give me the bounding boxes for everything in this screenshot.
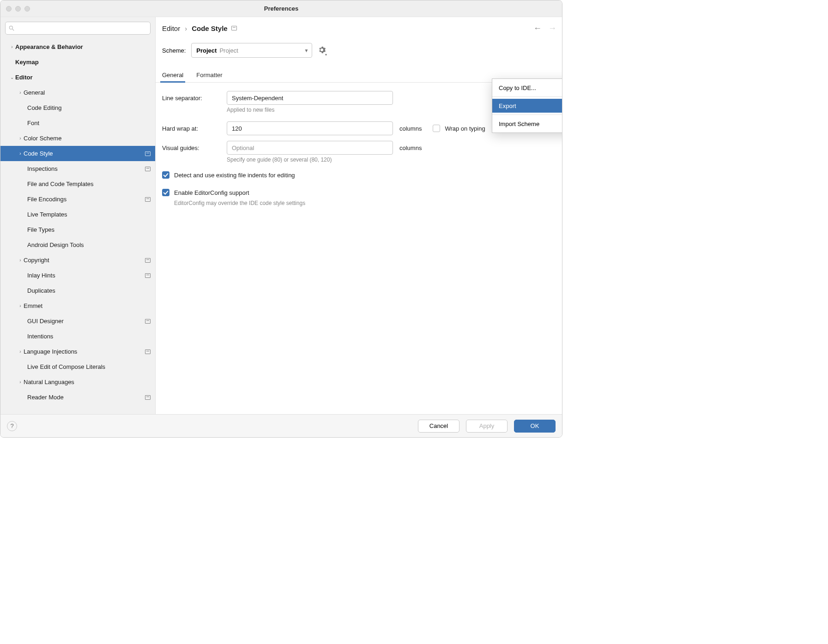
project-level-icon	[145, 395, 151, 400]
sidebar-item-inspections[interactable]: Inspections	[0, 161, 155, 176]
sidebar-item-file-encodings[interactable]: File Encodings	[0, 192, 155, 207]
sidebar-item-duplicates[interactable]: Duplicates	[0, 283, 155, 298]
close-window-button[interactable]	[6, 6, 12, 12]
menu-separator	[492, 114, 562, 115]
chevron-right-icon: ›	[17, 379, 24, 385]
back-button[interactable]: ←	[533, 24, 542, 33]
scheme-actions-menu: Copy to IDE... Export› Import Scheme›	[492, 78, 562, 133]
zoom-window-button[interactable]	[24, 6, 30, 12]
project-level-icon	[145, 349, 151, 354]
sidebar-item-language-injections[interactable]: ›Language Injections	[0, 344, 155, 359]
help-button[interactable]: ?	[7, 421, 17, 431]
chevron-right-icon: ›	[17, 349, 24, 354]
svg-point-0	[9, 26, 12, 29]
search-input[interactable]	[5, 22, 151, 35]
ok-button[interactable]: OK	[514, 420, 556, 433]
sidebar-item-intentions[interactable]: Intentions	[0, 329, 155, 344]
sidebar-item-copyright[interactable]: ›Copyright	[0, 253, 155, 268]
project-level-icon	[231, 26, 237, 30]
tab-formatter[interactable]: Formatter	[196, 72, 222, 82]
scheme-actions-button[interactable]: ▼	[318, 46, 326, 55]
detect-indents-label: Detect and use existing file indents for…	[174, 172, 295, 179]
scheme-label: Scheme:	[162, 47, 186, 54]
footer: ? Cancel Apply OK	[0, 414, 562, 437]
hard-wrap-input[interactable]: 120	[227, 121, 393, 135]
sidebar-item-file-types[interactable]: File Types	[0, 222, 155, 237]
window-controls	[6, 6, 30, 12]
breadcrumb-item: Code Style	[192, 24, 228, 32]
project-level-icon	[145, 167, 151, 171]
sidebar-item-color-scheme[interactable]: ›Color Scheme	[0, 131, 155, 146]
chevron-down-icon: ⌄	[9, 75, 15, 80]
sidebar-item-natural-languages[interactable]: ›Natural Languages	[0, 374, 155, 390]
window-title: Preferences	[264, 5, 298, 12]
detect-indents-checkbox[interactable]	[162, 171, 169, 179]
sidebar-tree: ›Appearance & Behavior Keymap ⌄Editor ›G…	[0, 37, 155, 414]
chevron-right-icon: ›	[9, 44, 15, 49]
chevron-right-icon: ›	[185, 24, 187, 32]
search-icon	[8, 25, 15, 31]
scheme-select[interactable]: Project Project ▼	[191, 43, 312, 58]
svg-line-1	[12, 29, 14, 31]
editorconfig-label: Enable EditorConfig support	[174, 189, 249, 196]
forward-button: →	[548, 24, 556, 33]
chevron-right-icon: ›	[17, 303, 24, 308]
minimize-window-button[interactable]	[15, 6, 21, 12]
chevron-right-icon: ›	[17, 151, 24, 156]
sidebar-item-keymap[interactable]: Keymap	[0, 54, 155, 70]
sidebar-item-reader-mode[interactable]: Reader Mode	[0, 390, 155, 405]
cancel-button[interactable]: Cancel	[418, 420, 459, 433]
columns-label: columns	[399, 144, 422, 151]
visual-guides-input[interactable]: Optional	[227, 141, 393, 155]
chevron-right-icon: ›	[17, 136, 24, 141]
chevron-down-icon: ▼	[304, 48, 308, 53]
body: ›Appearance & Behavior Keymap ⌄Editor ›G…	[0, 17, 562, 414]
breadcrumb: Editor › Code Style ← →	[156, 17, 562, 39]
search-wrap	[0, 22, 155, 37]
menu-separator	[492, 96, 562, 97]
sidebar-item-code-editing[interactable]: Code Editing	[0, 100, 155, 115]
wrap-on-typing-label: Wrap on typing	[445, 125, 485, 132]
tab-general[interactable]: General	[162, 72, 183, 82]
project-level-icon	[145, 273, 151, 278]
project-level-icon	[145, 197, 151, 202]
sidebar-item-code-style[interactable]: ›Code Style	[0, 146, 155, 161]
visual-guides-hint: Specify one guide (80) or several (80, 1…	[227, 156, 556, 163]
visual-guides-label: Visual guides:	[162, 144, 227, 151]
sidebar-item-font[interactable]: Font	[0, 115, 155, 131]
preferences-window: Preferences ›Appearance & Behavior Keyma…	[0, 0, 562, 438]
menu-import-scheme[interactable]: Import Scheme›	[492, 117, 562, 131]
project-level-icon	[145, 258, 151, 263]
sidebar-item-file-code-templates[interactable]: File and Code Templates	[0, 176, 155, 192]
sidebar: ›Appearance & Behavior Keymap ⌄Editor ›G…	[0, 17, 156, 414]
columns-label: columns	[399, 125, 422, 132]
sidebar-item-general[interactable]: ›General	[0, 85, 155, 100]
line-separator-label: Line separator:	[162, 95, 227, 102]
scheme-row: Scheme: Project Project ▼ ▼	[156, 39, 562, 58]
menu-export[interactable]: Export›	[492, 99, 562, 113]
project-level-icon	[145, 319, 151, 324]
editorconfig-checkbox[interactable]	[162, 189, 169, 196]
chevron-right-icon: ›	[17, 90, 24, 95]
breadcrumb-item[interactable]: Editor	[162, 24, 180, 32]
sidebar-item-live-templates[interactable]: Live Templates	[0, 207, 155, 222]
editorconfig-hint: EditorConfig may override the IDE code s…	[174, 200, 556, 206]
sidebar-item-editor[interactable]: ⌄Editor	[0, 70, 155, 85]
hard-wrap-label: Hard wrap at:	[162, 125, 227, 132]
sidebar-item-gui-designer[interactable]: GUI Designer	[0, 313, 155, 329]
sidebar-item-inlay-hints[interactable]: Inlay Hints	[0, 268, 155, 283]
main: Editor › Code Style ← → Scheme: Project …	[156, 17, 562, 414]
sidebar-item-emmet[interactable]: ›Emmet	[0, 298, 155, 313]
sidebar-item-live-edit-compose[interactable]: Live Edit of Compose Literals	[0, 359, 155, 374]
menu-copy-to-ide[interactable]: Copy to IDE...	[492, 81, 562, 95]
sidebar-item-appearance-behavior[interactable]: ›Appearance & Behavior	[0, 39, 155, 54]
chevron-right-icon: ›	[17, 258, 24, 263]
project-level-icon	[145, 151, 151, 156]
sidebar-item-android-design-tools[interactable]: Android Design Tools	[0, 237, 155, 253]
chevron-down-icon: ▼	[324, 53, 327, 56]
titlebar: Preferences	[0, 0, 562, 17]
wrap-on-typing-checkbox[interactable]	[433, 125, 440, 132]
nav-arrows: ← →	[533, 24, 556, 33]
apply-button: Apply	[466, 420, 508, 433]
line-separator-select[interactable]: System-Dependent	[227, 91, 393, 105]
